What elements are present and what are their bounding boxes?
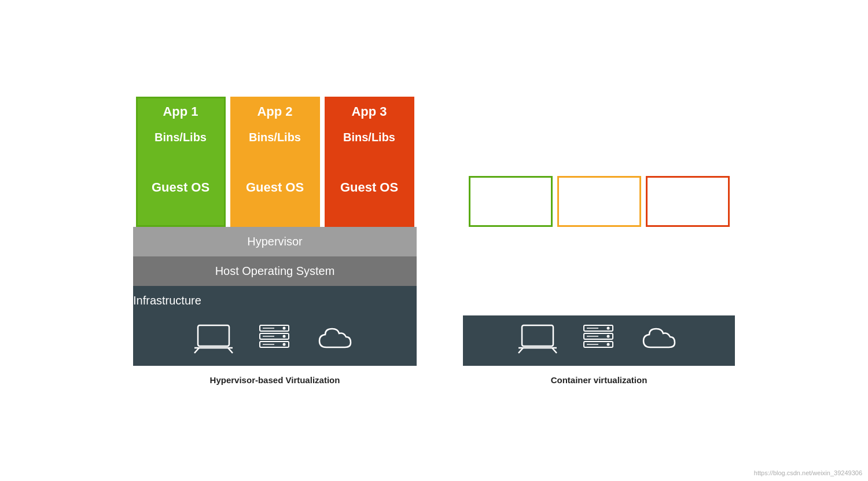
svg-point-18 (607, 326, 610, 329)
left-app1-bins: Bins/Libs (138, 125, 224, 150)
svg-rect-0 (198, 325, 229, 346)
left-app2-bins: Bins/Libs (232, 125, 318, 150)
right-app3-bins: Bins/Libs (648, 201, 728, 225)
right-container-engine-layer: Container Engine (463, 227, 735, 256)
svg-rect-13 (522, 325, 553, 346)
right-icons-row (463, 315, 735, 359)
right-os-layer: Operating System (463, 256, 735, 286)
left-app2-guestos: Guest OS (232, 150, 318, 225)
right-app3-label: App 3 (648, 178, 728, 201)
right-app-col-3: App 3 Bins/Libs (646, 176, 730, 227)
svg-point-5 (283, 326, 286, 329)
left-app-col-1: App 1 Bins/Libs Guest OS (136, 97, 226, 227)
left-app3-label: App 3 (326, 98, 413, 125)
cloud-icon (315, 325, 356, 354)
left-app3-guestos: Guest OS (326, 150, 413, 225)
right-app2-bins: Bins/Libs (559, 201, 639, 225)
left-icons-row (133, 315, 417, 359)
right-apps-row: App 1 Bins/Libs App 2 Bins/Libs App 3 Bi… (469, 176, 730, 227)
svg-line-15 (518, 348, 523, 353)
right-app1-label: App 1 (470, 178, 551, 201)
right-laptop-icon (517, 322, 558, 354)
laptop-icon (193, 322, 234, 354)
left-infrastructure-layer: Infrastructure (133, 286, 417, 315)
left-app-col-3: App 3 Bins/Libs Guest OS (325, 97, 414, 227)
svg-line-3 (228, 348, 233, 353)
svg-point-9 (283, 343, 286, 346)
left-app1-guestos: Guest OS (138, 150, 224, 225)
right-app-col-2: App 2 Bins/Libs (557, 176, 641, 227)
left-hypervisor-layer: Hypervisor (133, 227, 417, 256)
server-icon (257, 322, 292, 354)
right-infrastructure-layer: Infrastructure (463, 286, 735, 315)
svg-point-20 (607, 335, 610, 337)
left-layers: Hypervisor Host Operating System Infrast… (133, 227, 417, 315)
svg-point-22 (607, 343, 610, 346)
right-app1-bins: Bins/Libs (470, 201, 551, 225)
svg-point-7 (283, 335, 286, 337)
left-hostos-layer: Host Operating System (133, 256, 417, 286)
left-app1-label: App 1 (138, 98, 224, 125)
left-app2-label: App 2 (232, 98, 318, 125)
right-server-icon (581, 322, 616, 354)
left-app3-bins: Bins/Libs (326, 125, 413, 150)
right-diagram: App 1 Bins/Libs App 2 Bins/Libs App 3 Bi… (463, 176, 735, 385)
left-diagram-title: Hypervisor-based Virtualization (210, 375, 340, 385)
right-layers: Container Engine Operating System Infras… (463, 227, 735, 315)
left-app-col-2: App 2 Bins/Libs Guest OS (230, 97, 320, 227)
svg-line-16 (552, 348, 557, 353)
right-diagram-title: Container virtualization (551, 375, 648, 385)
right-cloud-icon (639, 325, 681, 354)
right-app2-label: App 2 (559, 178, 639, 201)
right-app-col-1: App 1 Bins/Libs (469, 176, 553, 227)
svg-line-2 (194, 348, 199, 353)
watermark: https://blog.csdn.net/weixin_39249306 (754, 469, 862, 476)
main-container: App 1 Bins/Libs Guest OS App 2 Bins/Libs… (110, 85, 758, 396)
left-apps-row: App 1 Bins/Libs Guest OS App 2 Bins/Libs… (136, 97, 414, 227)
left-diagram: App 1 Bins/Libs Guest OS App 2 Bins/Libs… (133, 97, 417, 385)
